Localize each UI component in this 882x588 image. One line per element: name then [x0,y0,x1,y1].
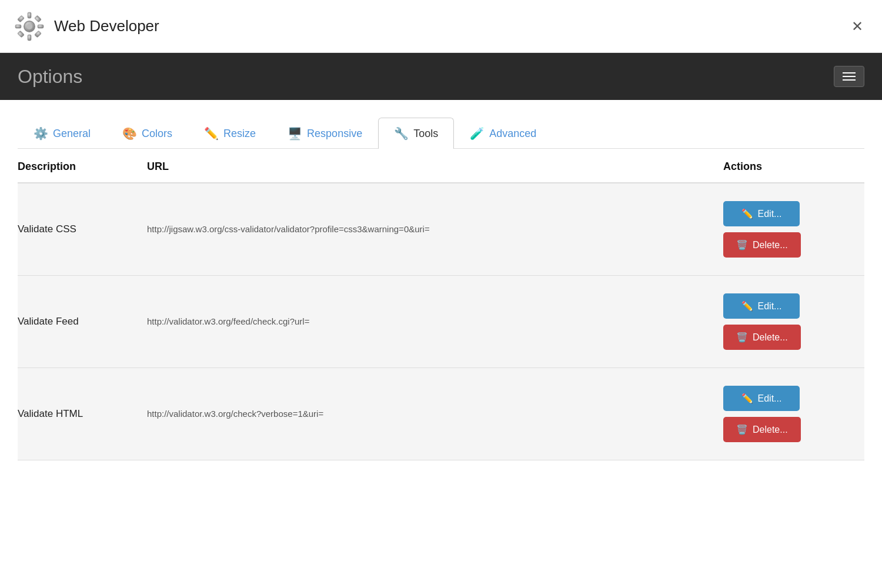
tab-colors-label: Colors [142,128,172,140]
svg-rect-5 [38,25,44,28]
svg-rect-4 [15,25,21,28]
tab-tools[interactable]: 🔧 Tools [378,118,454,149]
svg-rect-6 [17,15,24,22]
row-description-2: Validate Feed [18,316,147,328]
edit-button-1[interactable]: ✏️ Edit... [723,201,800,226]
table-area: Description URL Actions Validate CSS htt… [0,149,882,460]
svg-rect-2 [28,12,31,18]
delete-button-2[interactable]: 🗑️ Delete... [723,325,801,350]
row-url-3: http://validator.w3.org/check?verbose=1&… [147,407,723,421]
delete-icon-2: 🗑️ [736,332,748,343]
svg-rect-7 [34,15,41,22]
tab-advanced-label: Advanced [489,128,536,140]
app-title: Web Developer [54,17,159,35]
edit-label-3: Edit... [758,393,782,404]
tab-responsive-label: Responsive [307,128,362,140]
header-url: URL [147,161,723,173]
row-actions-1: ✏️ Edit... 🗑️ Delete... [723,201,864,258]
tab-colors[interactable]: 🎨 Colors [106,118,188,149]
colors-icon: 🎨 [122,126,137,141]
hamburger-icon [843,72,856,81]
close-button[interactable]: ✕ [847,16,868,37]
title-left: Web Developer [14,11,159,42]
edit-button-2[interactable]: ✏️ Edit... [723,293,800,319]
title-bar: Web Developer ✕ [0,0,882,53]
svg-rect-8 [17,30,24,37]
tabs-area: ⚙️ General 🎨 Colors ✏️ Resize 🖥️ Respons… [0,100,882,149]
row-description-3: Validate HTML [18,408,147,420]
advanced-icon: 🧪 [470,126,485,141]
row-actions-2: ✏️ Edit... 🗑️ Delete... [723,293,864,350]
menu-button[interactable] [834,66,864,87]
tab-general[interactable]: ⚙️ General [18,118,106,149]
tab-responsive[interactable]: 🖥️ Responsive [272,118,378,149]
tabs-container: ⚙️ General 🎨 Colors ✏️ Resize 🖥️ Respons… [18,118,864,149]
tab-advanced[interactable]: 🧪 Advanced [454,118,552,149]
header-description: Description [18,161,147,173]
edit-icon-2: ✏️ [741,300,753,312]
edit-icon-3: ✏️ [741,393,753,404]
edit-button-3[interactable]: ✏️ Edit... [723,386,800,411]
tab-general-label: General [53,128,91,140]
tab-resize-label: Resize [223,128,256,140]
delete-icon-3: 🗑️ [736,424,748,435]
general-icon: ⚙️ [34,126,48,141]
resize-icon: ✏️ [204,126,219,141]
delete-icon-1: 🗑️ [736,239,748,250]
table-row: Validate HTML http://validator.w3.org/ch… [18,368,864,460]
options-header: Options [0,53,882,100]
header-actions: Actions [723,161,864,173]
row-url-2: http://validator.w3.org/feed/check.cgi?u… [147,315,723,329]
tools-icon: 🔧 [394,126,409,141]
tab-tools-label: Tools [413,128,438,140]
options-title: Options [18,66,82,88]
row-description-1: Validate CSS [18,223,147,235]
gear-icon [14,11,45,42]
edit-icon-1: ✏️ [741,208,753,219]
table-header: Description URL Actions [18,149,864,183]
svg-rect-3 [28,35,31,41]
table-row: Validate Feed http://validator.w3.org/fe… [18,276,864,368]
delete-button-3[interactable]: 🗑️ Delete... [723,417,801,442]
delete-label-3: Delete... [753,425,788,435]
table-row: Validate CSS http://jigsaw.w3.org/css-va… [18,183,864,276]
delete-label-1: Delete... [753,240,788,250]
svg-rect-9 [34,30,41,37]
responsive-icon: 🖥️ [288,126,302,141]
edit-label-2: Edit... [758,301,782,312]
delete-label-2: Delete... [753,332,788,343]
row-actions-3: ✏️ Edit... 🗑️ Delete... [723,386,864,442]
row-url-1: http://jigsaw.w3.org/css-validator/valid… [147,223,723,236]
edit-label-1: Edit... [758,209,782,219]
svg-point-11 [26,24,32,29]
tab-resize[interactable]: ✏️ Resize [188,118,272,149]
delete-button-1[interactable]: 🗑️ Delete... [723,232,801,258]
